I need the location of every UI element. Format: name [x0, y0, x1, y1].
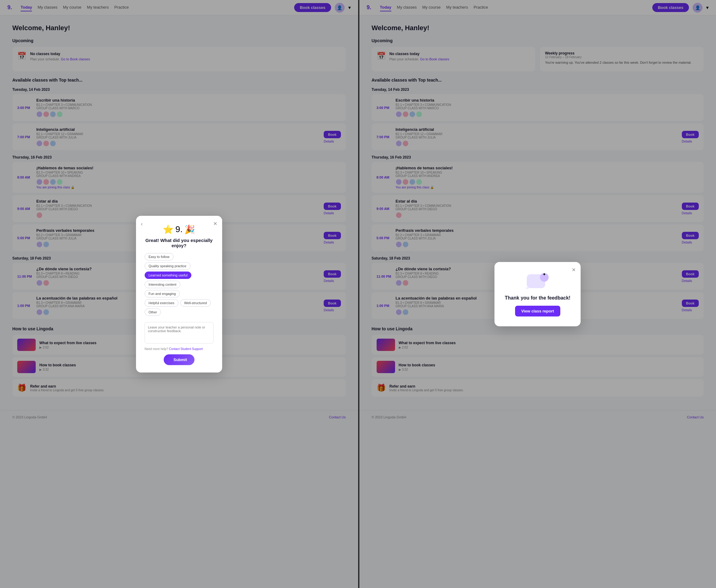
dots-icon: ··· [526, 286, 528, 290]
left-panel: 9. Today My classes My course My teacher… [0, 0, 358, 588]
modal-thankyou: ✕ ✦ ··· Thank you for the feedback! View… [495, 262, 581, 326]
support-text: Need more help? Contact Student Support [145, 347, 214, 351]
tag-quality[interactable]: Quality speaking practice [145, 262, 191, 270]
emoji-lingoda: 9. [175, 225, 182, 235]
star-icon: ✦ [542, 272, 546, 277]
tag-interesting[interactable]: Interesting content [145, 281, 181, 288]
tag-structured[interactable]: Well-structured [180, 299, 211, 307]
feedback-textarea[interactable] [145, 322, 214, 343]
feedback-tags: Easy to follow Quality speaking practice… [145, 253, 214, 316]
view-class-report-btn[interactable]: View class report [515, 306, 560, 316]
tag-other[interactable]: Other [145, 309, 161, 316]
modal-close-btn[interactable]: ✕ [213, 221, 217, 227]
right-panel: 9. Today My classes My course My teacher… [358, 0, 716, 588]
emoji-star: ⭐ [163, 225, 174, 235]
tag-fun[interactable]: Fun and engaging [145, 290, 180, 297]
thankyou-close-btn[interactable]: ✕ [572, 267, 576, 273]
support-link[interactable]: Contact Student Support [169, 347, 203, 351]
thankyou-illustration: ✦ ··· [525, 272, 550, 290]
modal-feedback-title: Great! What did you especially enjoy? [145, 238, 214, 248]
thankyou-title: Thank you for the feedback! [503, 295, 572, 301]
modal-back-btn[interactable]: ‹ [141, 221, 143, 227]
tag-easy[interactable]: Easy to follow [145, 253, 174, 260]
modal-emoji-row: ⭐ 9. 🎉 [145, 225, 214, 235]
modal-overlay-right: ✕ ✦ ··· Thank you for the feedback! View… [360, 0, 716, 588]
emoji-party: 🎉 [184, 225, 195, 235]
tag-helpful[interactable]: Helpful exercises [145, 299, 178, 307]
modal-overlay-left: ‹ ✕ ⭐ 9. 🎉 Great! What did you especiall… [0, 0, 358, 588]
submit-btn[interactable]: Submit [164, 354, 194, 365]
tag-learned[interactable]: Learned something useful [145, 272, 192, 279]
modal-feedback: ‹ ✕ ⭐ 9. 🎉 Great! What did you especiall… [136, 216, 222, 373]
